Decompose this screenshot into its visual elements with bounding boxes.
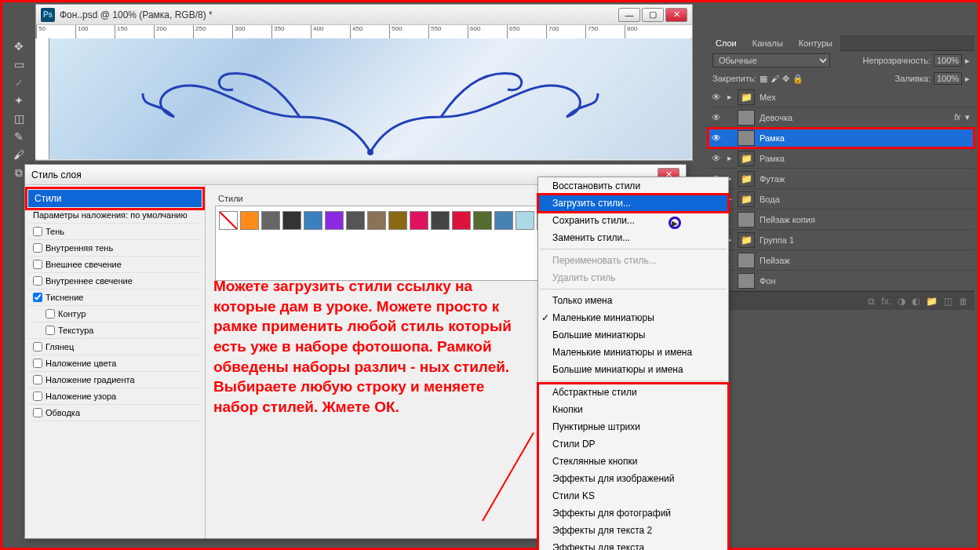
crop-tool[interactable]: ◫ xyxy=(8,110,30,127)
layer-row[interactable]: 👁▸📁Футаж xyxy=(708,169,975,189)
layer-row[interactable]: 👁▸📁Группа 1 xyxy=(708,230,975,250)
effect-row[interactable]: Тень xyxy=(28,224,202,240)
close-button[interactable]: ✕ xyxy=(665,8,687,22)
brush-tool[interactable]: 🖌 xyxy=(8,146,30,163)
layer-row[interactable]: 👁Пейзаж xyxy=(708,250,975,271)
document-titlebar[interactable]: Ps Фон..psd @ 100% (Рамка, RGB/8) * — ▢ … xyxy=(36,5,692,25)
style-swatch[interactable] xyxy=(452,211,471,230)
canvas[interactable] xyxy=(49,38,691,159)
style-swatch[interactable] xyxy=(240,211,259,230)
visibility-icon[interactable]: 👁 xyxy=(708,92,725,103)
effect-checkbox[interactable] xyxy=(46,326,55,335)
effect-checkbox[interactable] xyxy=(33,408,42,417)
effect-row[interactable]: Глянец xyxy=(28,339,202,355)
fill-arrow-icon[interactable]: ▸ xyxy=(965,74,970,84)
effect-row[interactable]: Тиснение xyxy=(28,290,202,306)
styles-heading[interactable]: Стили xyxy=(28,190,202,207)
effect-row[interactable]: Внутренняя тень xyxy=(28,240,202,257)
layer-row[interactable]: 👁Фон xyxy=(708,271,975,291)
menu-item[interactable]: Стили KS xyxy=(538,487,728,504)
style-swatch[interactable] xyxy=(473,211,492,230)
visibility-icon[interactable]: 👁 xyxy=(708,112,725,123)
effect-checkbox[interactable] xyxy=(33,276,42,286)
menu-item[interactable]: Большие миниатюры и имена xyxy=(538,361,728,378)
style-swatch[interactable] xyxy=(431,211,450,230)
fill-input[interactable] xyxy=(934,72,962,85)
menu-item[interactable]: Эффекты для текста 2 xyxy=(538,522,728,539)
style-swatch[interactable] xyxy=(410,211,428,230)
new-layer-icon[interactable]: ◫ xyxy=(944,296,953,307)
effect-checkbox[interactable] xyxy=(33,243,42,253)
menu-item[interactable]: Сохранить стили... xyxy=(538,212,728,229)
blend-options[interactable]: Параметры наложения: по умолчанию xyxy=(28,207,202,224)
layer-row[interactable]: 👁Девочкаfx▾ xyxy=(708,107,975,128)
menu-item[interactable]: Эффекты для изображений xyxy=(538,470,728,487)
styles-flyout-button[interactable]: ▶ xyxy=(669,217,681,229)
lasso-tool[interactable]: ⟋ xyxy=(8,74,30,91)
layer-row[interactable]: 👁Рамка xyxy=(708,128,975,148)
mask-icon[interactable]: ◑ xyxy=(898,296,905,307)
lock-transparency-icon[interactable]: ▦ xyxy=(760,74,767,84)
layer-row[interactable]: 👁Пейзаж копия xyxy=(708,209,975,230)
style-swatch[interactable] xyxy=(516,211,534,230)
style-swatch[interactable] xyxy=(304,211,322,230)
fx-icon[interactable]: fx. xyxy=(881,296,891,307)
fx-badge[interactable]: fx xyxy=(954,113,965,122)
menu-item[interactable]: Кнопки xyxy=(538,401,728,418)
menu-item[interactable]: Большие миниатюры xyxy=(538,326,728,344)
style-swatch[interactable] xyxy=(261,211,280,230)
style-swatch[interactable] xyxy=(367,211,386,230)
effect-checkbox[interactable] xyxy=(33,392,42,401)
lock-position-icon[interactable]: ✥ xyxy=(782,74,789,84)
menu-item[interactable]: Только имена xyxy=(538,292,728,309)
minimize-button[interactable]: — xyxy=(618,8,640,22)
folder-icon[interactable]: 📁 xyxy=(926,296,938,307)
effect-row[interactable]: Наложение градиента xyxy=(28,372,202,388)
tab-layers[interactable]: Слои xyxy=(708,35,745,51)
menu-item[interactable]: Стеклянные кнопки xyxy=(538,453,728,470)
opacity-input[interactable] xyxy=(934,54,962,67)
fx-expand-icon[interactable]: ▾ xyxy=(965,112,975,122)
effect-checkbox[interactable] xyxy=(33,260,42,269)
layer-row[interactable]: 👁▸📁Вода xyxy=(708,189,975,209)
effect-row[interactable]: Наложение узора xyxy=(28,388,202,405)
delete-icon[interactable]: 🗑 xyxy=(959,296,968,307)
menu-item[interactable]: Эффекты для текста xyxy=(538,539,728,550)
style-swatch[interactable] xyxy=(325,211,344,230)
tab-paths[interactable]: Контуры xyxy=(791,35,840,51)
effect-checkbox[interactable] xyxy=(33,359,42,368)
visibility-icon[interactable]: 👁 xyxy=(708,153,725,164)
adjust-icon[interactable]: ◐ xyxy=(912,296,920,307)
effect-row[interactable]: Обводка xyxy=(28,405,202,421)
style-swatch[interactable] xyxy=(388,211,407,230)
wand-tool[interactable]: ✦ xyxy=(8,92,30,109)
effect-checkbox[interactable] xyxy=(46,309,55,319)
effect-checkbox[interactable] xyxy=(33,375,42,384)
menu-item[interactable]: Загрузить стили... xyxy=(538,195,728,212)
layer-row[interactable]: 👁▸📁Мех xyxy=(708,87,975,107)
style-swatch[interactable] xyxy=(346,211,365,230)
menu-item[interactable]: Восстановить стили xyxy=(538,177,728,195)
menu-item[interactable]: Абстрактные стили xyxy=(538,384,728,401)
layer-row[interactable]: 👁▸📁Рамка xyxy=(708,148,975,169)
effect-checkbox[interactable] xyxy=(33,342,42,351)
menu-item[interactable]: Эффекты для фотографий xyxy=(538,504,728,522)
expand-arrow-icon[interactable]: ▸ xyxy=(725,92,734,102)
effect-row[interactable]: Текстура xyxy=(28,322,202,339)
marquee-tool[interactable]: ▭ xyxy=(8,56,30,73)
effect-row[interactable]: Наложение цвета xyxy=(28,355,202,372)
style-swatch[interactable] xyxy=(219,211,238,230)
maximize-button[interactable]: ▢ xyxy=(642,8,664,22)
visibility-icon[interactable]: 👁 xyxy=(708,133,725,144)
menu-item[interactable]: Маленькие миниатюры и имена xyxy=(538,344,728,361)
effect-checkbox[interactable] xyxy=(33,293,42,302)
style-swatch[interactable] xyxy=(282,211,301,230)
menu-item[interactable]: Пунктирные штрихи xyxy=(538,418,728,435)
menu-item[interactable]: Стили DP xyxy=(538,435,728,453)
blend-mode-select[interactable]: Обычные xyxy=(712,53,830,67)
link-layers-icon[interactable]: ⧉ xyxy=(868,296,875,307)
lock-pixels-icon[interactable]: 🖌 xyxy=(771,74,779,83)
lock-all-icon[interactable]: 🔒 xyxy=(792,74,803,84)
effect-row[interactable]: Контур xyxy=(28,306,202,322)
effect-row[interactable]: Внутреннее свечение xyxy=(28,273,202,290)
